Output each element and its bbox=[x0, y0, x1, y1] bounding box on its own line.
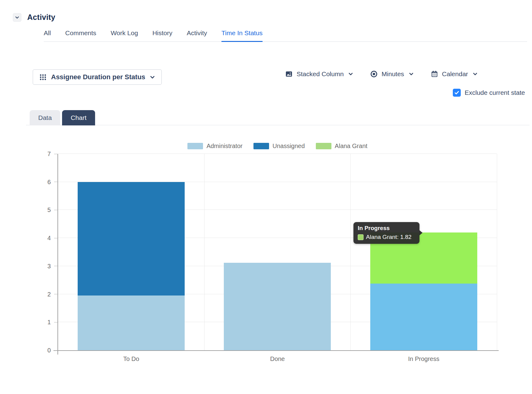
v-gridline bbox=[204, 154, 205, 350]
h-gridline bbox=[58, 154, 497, 154]
report-selector-button[interactable]: Assignee Duration per Status bbox=[33, 69, 162, 85]
chevron-down-icon bbox=[409, 72, 414, 76]
grid-icon bbox=[39, 74, 46, 81]
chart-legend: Administrator Unassigned Alana Grant bbox=[58, 143, 497, 150]
tooltip-arrow bbox=[419, 230, 423, 236]
view-tabs-divider bbox=[26, 125, 530, 125]
bar-segment-administrator-done[interactable] bbox=[224, 263, 331, 350]
y-axis-tick bbox=[54, 154, 58, 154]
y-axis-tick bbox=[54, 322, 58, 322]
activity-header: Activity bbox=[13, 13, 55, 22]
chevron-down-icon bbox=[348, 72, 353, 76]
y-axis-label: 2 bbox=[47, 291, 51, 298]
bar-segment-administrator-in-progress[interactable] bbox=[370, 284, 477, 350]
legend-swatch-alana-grant bbox=[316, 143, 331, 149]
chart-type-label: Stacked Column bbox=[297, 70, 344, 78]
eye-icon bbox=[370, 70, 378, 78]
exclude-current-state-row: Exclude current state bbox=[453, 89, 525, 97]
tab-comments[interactable]: Comments bbox=[65, 29, 96, 41]
chart-type-dropdown[interactable]: Stacked Column bbox=[285, 70, 353, 78]
report-selector-label: Assignee Duration per Status bbox=[51, 73, 145, 81]
unit-label: Minutes bbox=[382, 70, 404, 78]
y-axis-label: 4 bbox=[47, 235, 51, 242]
y-axis-label: 6 bbox=[47, 178, 51, 185]
tab-all[interactable]: All bbox=[44, 29, 51, 41]
y-axis-tick bbox=[54, 182, 58, 182]
x-axis-label-in-progress: In Progress bbox=[351, 355, 497, 362]
x-axis-line bbox=[54, 350, 499, 351]
chart-controls: Stacked Column Minutes bbox=[285, 70, 478, 78]
y-axis-tick bbox=[54, 266, 58, 266]
tooltip-title: In Progress bbox=[358, 225, 415, 232]
y-axis-line bbox=[57, 154, 58, 355]
unit-dropdown[interactable]: Minutes bbox=[370, 70, 414, 78]
exclude-current-state-checkbox[interactable] bbox=[453, 89, 461, 97]
view-tab-bar: Data Chart bbox=[30, 110, 95, 125]
y-axis-tick bbox=[54, 350, 58, 351]
collapse-activity-button[interactable] bbox=[13, 13, 21, 22]
calendar-dropdown[interactable]: Calendar bbox=[431, 70, 478, 78]
legend-label: Administrator bbox=[206, 143, 242, 150]
y-axis-tick bbox=[54, 238, 58, 238]
tab-history[interactable]: History bbox=[152, 29, 172, 41]
image-icon bbox=[285, 70, 293, 78]
legend-label: Alana Grant bbox=[335, 143, 368, 150]
chart-tooltip: In Progress Alana Grant: 1.82 bbox=[353, 222, 419, 244]
chevron-down-icon bbox=[473, 72, 478, 76]
y-axis-label: 1 bbox=[47, 319, 51, 326]
stacked-column-chart: 01234567To DoDoneIn Progress bbox=[58, 154, 497, 350]
legend-swatch-administrator bbox=[187, 143, 203, 149]
tooltip-value: Alana Grant: 1.82 bbox=[366, 234, 412, 240]
calendar-icon bbox=[431, 70, 438, 78]
legend-item-administrator[interactable]: Administrator bbox=[187, 143, 242, 150]
v-gridline bbox=[350, 154, 351, 350]
bar-segment-administrator-to-do[interactable] bbox=[78, 296, 185, 350]
legend-item-unassigned[interactable]: Unassigned bbox=[253, 143, 305, 150]
tab-work-log[interactable]: Work Log bbox=[111, 29, 138, 41]
legend-swatch-unassigned bbox=[253, 143, 269, 149]
tab-activity[interactable]: Activity bbox=[187, 29, 207, 41]
activity-tab-bar: All Comments Work Log History Activity T… bbox=[44, 29, 527, 42]
tab-time-in-status[interactable]: Time In Status bbox=[221, 29, 263, 41]
exclude-current-state-label: Exclude current state bbox=[465, 89, 525, 96]
y-axis-tick bbox=[54, 210, 58, 210]
chevron-down-icon bbox=[150, 75, 155, 80]
y-axis-label: 5 bbox=[47, 206, 51, 214]
y-axis-label: 7 bbox=[47, 151, 51, 158]
x-axis-label-to-do: To Do bbox=[58, 355, 204, 362]
chevron-down-icon bbox=[15, 15, 20, 20]
tooltip-row: Alana Grant: 1.82 bbox=[358, 234, 415, 240]
y-axis-label: 3 bbox=[47, 262, 51, 269]
tab-chart[interactable]: Chart bbox=[62, 110, 95, 125]
legend-label: Unassigned bbox=[272, 143, 305, 150]
y-axis-tick bbox=[54, 294, 58, 294]
legend-item-alana-grant[interactable]: Alana Grant bbox=[316, 143, 368, 150]
calendar-label: Calendar bbox=[442, 70, 468, 78]
check-icon bbox=[454, 90, 460, 95]
tooltip-series-swatch bbox=[358, 234, 364, 240]
x-axis-label-done: Done bbox=[204, 355, 350, 362]
page-title: Activity bbox=[27, 13, 55, 22]
tab-data[interactable]: Data bbox=[30, 110, 60, 125]
bar-segment-unassigned-to-do[interactable] bbox=[78, 182, 185, 296]
y-axis-label: 0 bbox=[47, 347, 51, 354]
v-gridline bbox=[497, 154, 497, 350]
